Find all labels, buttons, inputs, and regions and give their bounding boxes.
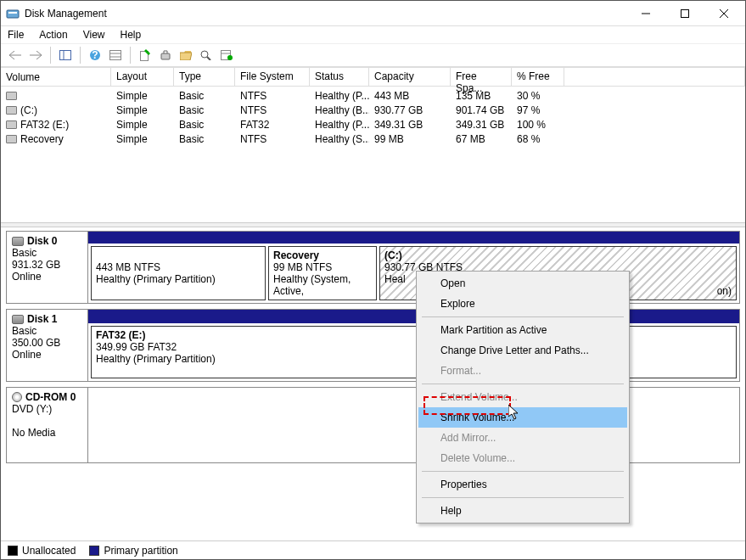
- rescan-icon[interactable]: [197, 46, 216, 64]
- volume-icon: [6, 92, 17, 100]
- minimize-button[interactable]: [626, 1, 665, 25]
- disk-1-header-bar: [88, 310, 739, 323]
- close-button[interactable]: [704, 1, 743, 25]
- volume-icon: [6, 120, 17, 129]
- menu-file[interactable]: File: [8, 29, 24, 41]
- table-row[interactable]: SimpleBasicNTFSHealthy (P...443 MB135 MB…: [1, 88, 745, 103]
- forward-button[interactable]: [26, 46, 45, 64]
- create-vhd-icon[interactable]: [136, 46, 154, 64]
- partition-recovery[interactable]: Recovery 99 MB NTFS Healthy (System, Act…: [268, 246, 377, 300]
- app-icon: [6, 7, 20, 20]
- show-hide-tree-icon[interactable]: [56, 46, 75, 64]
- window-title: Disk Management: [25, 8, 626, 20]
- disk-icon: [12, 237, 24, 246]
- col-volume[interactable]: Volume: [1, 68, 111, 86]
- col-capacity[interactable]: Capacity: [369, 68, 451, 86]
- svg-point-15: [201, 51, 208, 58]
- volume-list-header: Volume Layout Type File System Status Ca…: [1, 68, 745, 87]
- table-row[interactable]: (C:)SimpleBasicNTFSHealthy (B...930.77 G…: [1, 103, 745, 117]
- cdrom-row: CD-ROM 0 DVD (Y:) No Media: [6, 387, 740, 463]
- col-layout[interactable]: Layout: [111, 68, 174, 86]
- table-row[interactable]: RecoverySimpleBasicNTFSHealthy (S...99 M…: [1, 132, 745, 146]
- disk-0-label[interactable]: Disk 0 Basic 931.32 GB Online: [7, 232, 88, 303]
- menubar: File Action View Help: [1, 26, 745, 43]
- disk-1-row: Disk 1 Basic 350.00 GB Online FAT32 (E:)…: [6, 309, 740, 382]
- ctx-explore[interactable]: Explore: [418, 294, 627, 314]
- svg-rect-3: [681, 9, 689, 17]
- col-filesystem[interactable]: File System: [235, 68, 310, 86]
- volume-icon: [6, 135, 17, 143]
- ctx-mark-active[interactable]: Mark Partition as Active: [418, 320, 627, 340]
- ctx-help[interactable]: Help: [418, 501, 627, 521]
- svg-rect-10: [110, 51, 121, 60]
- table-row[interactable]: FAT32 (E:)SimpleBasicFAT32Healthy (P...3…: [1, 117, 745, 132]
- open-folder-icon[interactable]: [177, 46, 195, 64]
- col-pctfree[interactable]: % Free: [512, 68, 564, 86]
- context-menu: Open Explore Mark Partition as Active Ch…: [416, 271, 630, 524]
- disk-0-header-bar: [88, 232, 739, 244]
- toolbar: ?: [1, 43, 745, 67]
- ctx-change-letter[interactable]: Change Drive Letter and Paths...: [418, 340, 627, 361]
- cd-icon: [12, 392, 22, 402]
- ctx-delete-volume: Delete Volume...: [418, 448, 627, 468]
- disk-graphical-view: Disk 0 Basic 931.32 GB Online 443 MB NTF…: [1, 227, 745, 472]
- ctx-format: Format...: [418, 361, 627, 381]
- cdrom-label[interactable]: CD-ROM 0 DVD (Y:) No Media: [7, 388, 88, 462]
- back-button[interactable]: [6, 46, 25, 64]
- titlebar: Disk Management: [1, 1, 745, 26]
- svg-rect-14: [161, 53, 170, 59]
- ctx-extend-volume: Extend Volume...: [418, 387, 627, 407]
- legend: Unallocated Primary partition: [1, 540, 745, 559]
- refresh-list-icon[interactable]: [217, 46, 236, 64]
- svg-text:?: ?: [92, 49, 98, 61]
- partition-unallocated[interactable]: [628, 326, 737, 378]
- settings-icon[interactable]: [106, 46, 125, 64]
- partition-443mb[interactable]: 443 MB NTFS Healthy (Primary Partition): [91, 246, 266, 300]
- col-type[interactable]: Type: [174, 68, 235, 86]
- volume-list: Volume Layout Type File System Status Ca…: [1, 67, 745, 148]
- maximize-button[interactable]: [665, 1, 704, 25]
- ctx-shrink-volume[interactable]: Shrink Volume...: [418, 407, 627, 428]
- attach-vhd-icon[interactable]: [156, 46, 175, 64]
- disk-0-row: Disk 0 Basic 931.32 GB Online 443 MB NTF…: [6, 231, 740, 304]
- menu-view[interactable]: View: [83, 29, 105, 41]
- volume-icon: [6, 106, 17, 115]
- ctx-properties[interactable]: Properties: [418, 474, 627, 495]
- disk-1-label[interactable]: Disk 1 Basic 350.00 GB Online: [7, 310, 88, 381]
- svg-line-16: [207, 57, 210, 60]
- col-status[interactable]: Status: [310, 68, 369, 86]
- svg-rect-0: [7, 10, 19, 18]
- svg-rect-1: [8, 12, 17, 14]
- ctx-open[interactable]: Open: [418, 273, 627, 294]
- swatch-unallocated: [8, 546, 18, 556]
- menu-help[interactable]: Help: [121, 29, 142, 41]
- ctx-add-mirror: Add Mirror...: [418, 428, 627, 448]
- svg-rect-6: [60, 51, 71, 60]
- svg-point-19: [227, 55, 233, 60]
- swatch-primary: [89, 546, 99, 556]
- disk-icon: [12, 315, 24, 324]
- help-icon[interactable]: ?: [86, 46, 104, 64]
- menu-action[interactable]: Action: [39, 29, 67, 41]
- col-freespace[interactable]: Free Spa...: [451, 68, 512, 86]
